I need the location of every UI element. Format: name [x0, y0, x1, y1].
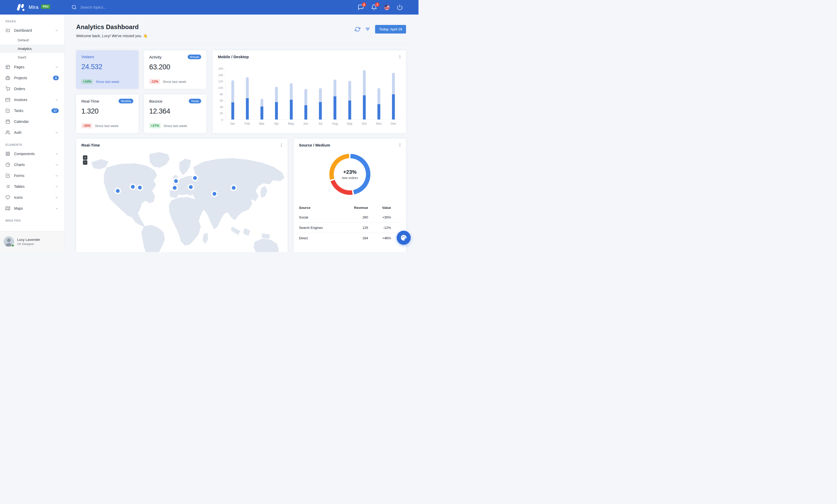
chart-card-menu-button[interactable] — [397, 54, 403, 59]
sidebar-item-invoices[interactable]: Invoices — [0, 94, 64, 105]
main-content: Analytics Dashboard Welcome back, Lucy! … — [64, 15, 418, 252]
map-zoom-out-button[interactable]: − — [83, 160, 87, 165]
map-marker-london[interactable] — [174, 179, 178, 183]
bar-jan[interactable] — [231, 80, 234, 119]
bar-apr-mobile-segment — [275, 102, 278, 119]
cell-revenue: 260 — [339, 212, 378, 223]
bar-mar[interactable] — [261, 99, 263, 119]
sign-out-button[interactable] — [397, 4, 403, 11]
bar-oct-mobile-segment — [363, 95, 366, 119]
bar-jan-mobile-segment — [231, 102, 234, 119]
sidebar-item-pages[interactable]: Pages — [0, 61, 64, 73]
bar-slot-nov — [372, 69, 386, 119]
stat-delta-badge: +27% — [149, 123, 161, 128]
sidebar-item-auth[interactable]: Auth — [0, 127, 64, 138]
world-map: + − — [76, 152, 287, 252]
bar-dec[interactable] — [392, 73, 395, 119]
stat-card-real-time: Real-TimeMonthly1.320-18%Since last week — [76, 95, 139, 133]
donut-card-title: Source / Medium — [299, 143, 330, 147]
source-medium-card: Source / Medium +23% new visitors Source… — [294, 139, 406, 252]
bar-may[interactable] — [290, 83, 293, 119]
notifications-count-badge: 7 — [375, 2, 379, 7]
sidebar-item-tables[interactable]: Tables — [0, 181, 64, 192]
stat-title: Visitors — [82, 55, 94, 59]
stat-period-badge[interactable]: Annual — [188, 55, 201, 59]
refresh-button[interactable] — [355, 26, 360, 32]
bar-slot-feb — [240, 69, 254, 119]
x-tick-label: Jan — [225, 122, 240, 126]
check-square-icon — [5, 108, 10, 113]
stat-card-bounce: BounceYearly12.364+27%Since last week — [144, 95, 207, 133]
sidebar-badge: 17 — [52, 108, 59, 113]
map-marker-turkey[interactable] — [189, 185, 193, 189]
brand-name: Mira — [29, 4, 38, 10]
x-tick-label: Aug — [327, 122, 342, 126]
notifications-button[interactable]: 7 — [371, 4, 377, 11]
bar-sep-mobile-segment — [348, 100, 351, 119]
sidebar-item-maps[interactable]: Maps — [0, 203, 64, 214]
sidebar-item-dashboard[interactable]: Dashboard — [0, 25, 64, 36]
sidebar-item-charts[interactable]: Charts — [0, 159, 64, 170]
search-input[interactable] — [80, 5, 148, 10]
sidebar-subitem-default[interactable]: Default — [0, 36, 64, 44]
bar-aug[interactable] — [334, 79, 336, 119]
map-zoom-in-button[interactable]: + — [83, 155, 87, 160]
theme-settings-fab[interactable] — [397, 231, 411, 245]
sidebar-item-forms[interactable]: Forms — [0, 170, 64, 181]
map-card-menu-button[interactable] — [279, 142, 284, 148]
chevron-down-icon — [55, 174, 59, 178]
donut-card-menu-button[interactable] — [397, 142, 403, 148]
bar-slot-jul — [313, 69, 328, 119]
map-marker-chicago[interactable] — [131, 185, 135, 189]
y-tick-label: 60 — [220, 99, 223, 102]
map-marker-spain[interactable] — [173, 186, 177, 190]
bar-apr[interactable] — [275, 87, 278, 119]
chevron-down-icon — [55, 185, 59, 189]
bar-jul[interactable] — [319, 88, 322, 119]
stat-title: Bounce — [149, 99, 162, 104]
stat-period-badge[interactable]: Yearly — [189, 99, 201, 104]
bar-oct[interactable] — [363, 70, 366, 119]
language-flag-us-icon[interactable] — [384, 5, 390, 10]
user-name: Lucy Lavender — [17, 238, 40, 242]
messages-button[interactable]: 3 — [358, 4, 364, 11]
sidebar-item-components[interactable]: Components — [0, 148, 64, 159]
sidebar-item-projects[interactable]: Projects8 — [0, 73, 64, 83]
map-marker-moscow[interactable] — [193, 176, 197, 180]
map-marker-new-york[interactable] — [138, 186, 142, 190]
sidebar-item-tasks[interactable]: Tasks17 — [0, 105, 64, 116]
user-role: UX Designer — [17, 242, 40, 245]
bar-nov[interactable] — [377, 88, 380, 119]
pie-chart-icon — [5, 162, 10, 167]
bar-slot-aug — [328, 69, 342, 119]
bar-mar-mobile-segment — [261, 107, 263, 119]
sidebar-nav: PagesDashboardDefaultAnalyticsSaaSPagesP… — [0, 15, 64, 231]
map-marker-china[interactable] — [232, 186, 236, 190]
sidebar-subitem-analytics[interactable]: Analytics — [0, 44, 64, 53]
bar-feb[interactable] — [246, 77, 249, 119]
bar-may-mobile-segment — [290, 100, 293, 119]
cell-value: -12% — [378, 223, 401, 233]
avatar — [4, 237, 14, 247]
filter-button[interactable] — [365, 26, 371, 32]
bar-sep[interactable] — [348, 81, 351, 119]
sidebar-user[interactable]: Lucy Lavender UX Designer — [0, 231, 64, 252]
date-button[interactable]: Today: April 29 — [375, 25, 406, 34]
stat-period-badge[interactable]: Monthly — [119, 99, 133, 104]
bar-slot-may — [284, 69, 298, 119]
brand[interactable]: Mira PRO — [0, 4, 64, 11]
sidebar: PagesDashboardDefaultAnalyticsSaaSPagesP… — [0, 15, 64, 252]
map-marker-california[interactable] — [116, 189, 120, 193]
sidebar-item-calendar[interactable]: Calendar — [0, 116, 64, 127]
bar-jun[interactable] — [304, 89, 307, 119]
sidebar-item-icons[interactable]: Icons — [0, 192, 64, 203]
chevron-down-icon — [55, 98, 59, 102]
sidebar-subitem-saas[interactable]: SaaS — [0, 53, 64, 61]
bar-slot-apr — [269, 69, 284, 119]
map-marker-india[interactable] — [213, 192, 216, 196]
briefcase-icon — [5, 76, 10, 80]
stat-delta-badge: -18% — [82, 123, 92, 128]
sidebar-item-orders[interactable]: Orders — [0, 83, 64, 94]
x-tick-label: Jul — [313, 122, 327, 126]
bar-feb-mobile-segment — [246, 98, 249, 119]
